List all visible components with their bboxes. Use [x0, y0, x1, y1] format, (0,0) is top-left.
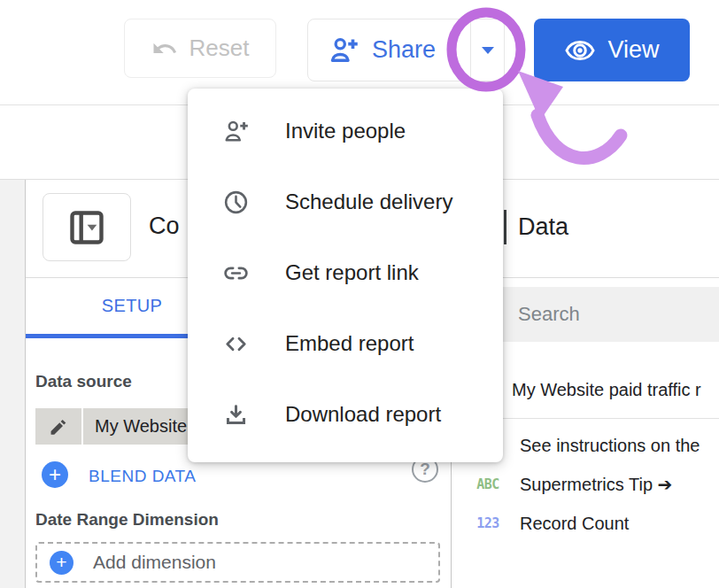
field-label: Supermetrics Tip ➔ [520, 474, 672, 495]
view-label: View [607, 36, 659, 64]
looker-studio-editor: Reset Share View Co S [0, 0, 719, 588]
chart-type-icon [66, 207, 107, 248]
report-canvas-edge [0, 180, 26, 588]
data-panel-title: Data [518, 213, 568, 241]
download-icon [221, 401, 250, 429]
chevron-down-icon [482, 47, 494, 54]
blend-plus-icon: + [42, 461, 68, 488]
share-button[interactable]: Share [307, 19, 505, 81]
menu-item-invite-people[interactable]: Invite people [188, 96, 503, 166]
add-dimension-dropzone[interactable]: + Add dimension [35, 542, 440, 583]
edit-data-source-button[interactable] [35, 408, 81, 445]
add-dimension-label: Add dimension [93, 552, 216, 573]
person-add-icon [328, 35, 360, 66]
annotation-arrow-tail [537, 115, 621, 158]
metric-type-icon: 123 [473, 515, 503, 531]
field-row[interactable]: 123 Record Count [452, 504, 719, 543]
data-source-label: Data source [35, 372, 132, 391]
menu-item-embed-report[interactable]: Embed report [188, 308, 503, 379]
data-panel-header-divider [504, 210, 506, 244]
field-label: See instructions on the [520, 436, 700, 456]
field-label: Record Count [520, 514, 629, 534]
person-add-icon [221, 118, 250, 145]
menu-item-label: Download report [285, 402, 441, 427]
menu-item-label: Invite people [285, 119, 406, 143]
menu-item-download-report[interactable]: Download report [188, 379, 503, 450]
share-label: Share [372, 36, 436, 64]
reset-button[interactable]: Reset [124, 19, 276, 78]
menu-item-label: Embed report [285, 331, 414, 356]
menu-item-get-report-link[interactable]: Get report link [188, 237, 503, 308]
share-dropdown-menu: Invite people Schedule delivery Get repo… [188, 89, 503, 462]
view-button[interactable]: View [534, 19, 690, 81]
chart-type-button[interactable] [43, 193, 131, 261]
menu-item-label: Schedule delivery [285, 190, 452, 214]
menu-item-label: Get report link [285, 260, 419, 285]
clock-icon [221, 189, 250, 216]
dimension-type-icon: ABC [473, 476, 503, 492]
pencil-icon [47, 415, 70, 438]
undo-icon [151, 35, 178, 62]
date-range-dimension-label: Date Range Dimension [35, 510, 219, 530]
search-placeholder: Search [518, 303, 580, 326]
share-dropdown-toggle[interactable] [471, 19, 505, 81]
menu-item-schedule-delivery[interactable]: Schedule delivery [188, 166, 503, 237]
data-source-name-row[interactable]: My Website paid traffic r [512, 380, 701, 400]
link-icon [221, 259, 250, 287]
reset-label: Reset [189, 35, 250, 62]
chart-type-name: Co [149, 213, 180, 240]
code-icon [221, 330, 250, 358]
add-dimension-plus-icon: + [50, 551, 73, 575]
setup-tab-label: SETUP [102, 296, 163, 316]
blend-data-button[interactable]: BLEND DATA [89, 467, 197, 486]
field-row[interactable]: ABC Supermetrics Tip ➔ [452, 465, 719, 504]
eye-icon [564, 35, 596, 66]
